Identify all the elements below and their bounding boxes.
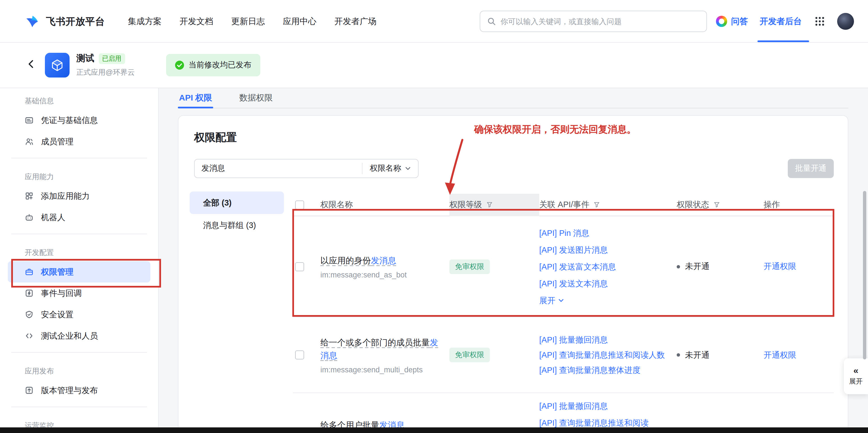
- sidebar-item-label: 版本管理与发布: [41, 385, 98, 396]
- tab-data-permissions[interactable]: 数据权限: [238, 88, 274, 108]
- permission-table: 权限名称 权限等级 关联 API/事件 权限状态 操作: [293, 194, 834, 433]
- api-link[interactable]: [API] 查询批量消息整体进度: [539, 363, 671, 378]
- api-link[interactable]: [API] 发送图片消息: [539, 241, 671, 258]
- sidebar-section-release: 应用发布: [0, 358, 158, 380]
- sidebar-item-credentials[interactable]: 凭证与基础信息: [8, 110, 150, 131]
- sidebar-item-version-release[interactable]: 版本管理与发布: [8, 380, 150, 401]
- table-header-row: 权限名称 权限等级 关联 API/事件 权限状态 操作: [293, 194, 834, 216]
- filter-funnel-icon[interactable]: [714, 202, 720, 208]
- api-link[interactable]: [API] 发送富文本消息: [539, 258, 671, 275]
- status-dot-icon: [677, 353, 680, 357]
- sidebar-item-security[interactable]: 安全设置: [8, 304, 150, 325]
- filter-funnel-icon[interactable]: [487, 202, 493, 208]
- status-badge: 未开通: [677, 350, 764, 360]
- search-type-dropdown[interactable]: 权限名称: [362, 163, 418, 174]
- vertical-scrollbar[interactable]: [863, 191, 866, 359]
- batch-approve-button[interactable]: 批量开通: [788, 159, 834, 178]
- tab-api-permissions[interactable]: API 权限: [178, 88, 213, 108]
- brand-name: 飞书开放平台: [46, 15, 105, 28]
- permission-config-card: 权限配置 权限名称 批量开通 全部 (3) 消息与群组 (3) 权限名称: [178, 115, 848, 433]
- sidebar-item-label: 事件与回调: [41, 288, 82, 298]
- developer-console-link[interactable]: 开发者后台: [760, 0, 802, 43]
- qa-link[interactable]: 问答: [716, 0, 748, 43]
- category-messaging[interactable]: 消息与群组 (3): [190, 214, 284, 236]
- sidebar-item-label: 机器人: [41, 212, 65, 223]
- user-avatar[interactable]: [837, 13, 854, 30]
- search-icon: [487, 17, 496, 26]
- open-permission-link[interactable]: 开通权限: [764, 350, 796, 359]
- sidebar-section-basic: 基础信息: [0, 88, 158, 110]
- qa-label: 问答: [731, 16, 748, 27]
- sidebar-item-events[interactable]: 事件与回调: [8, 283, 150, 304]
- page: 飞书开放平台 集成方案 开发文档 更新日志 应用中心 开发者广场 问答 开发者后…: [0, 0, 868, 433]
- sidebar-item-bot[interactable]: 机器人: [8, 207, 150, 228]
- sidebar-item-label: 凭证与基础信息: [41, 115, 98, 125]
- header-permission-status: 权限状态: [677, 199, 764, 210]
- search-type-label: 权限名称: [370, 164, 401, 174]
- level-badge: 免审权限: [450, 259, 490, 274]
- top-navbar: 飞书开放平台 集成方案 开发文档 更新日志 应用中心 开发者广场 问答 开发者后…: [0, 0, 868, 43]
- main-content: API 权限 数据权限 权限配置 权限名称 批量开通 全部 (3) 消息与群组 …: [159, 88, 868, 433]
- category-all[interactable]: 全部 (3): [190, 192, 284, 214]
- permission-search[interactable]: 权限名称: [194, 159, 418, 178]
- back-button[interactable]: [26, 58, 37, 72]
- apps-grid-icon[interactable]: [815, 16, 825, 29]
- global-search-input[interactable]: [500, 17, 700, 26]
- row-checkbox[interactable]: [295, 350, 304, 359]
- sidebar-item-permissions[interactable]: 权限管理: [8, 261, 150, 283]
- sidebar-divider: [11, 352, 147, 353]
- expand-panel-button[interactable]: « 展开: [844, 358, 868, 394]
- brand[interactable]: 飞书开放平台: [25, 0, 105, 43]
- select-all-checkbox[interactable]: [295, 200, 304, 209]
- expand-apis-link[interactable]: 展开: [539, 292, 671, 309]
- qa-icon: [716, 16, 727, 27]
- chevron-down-icon: [405, 166, 411, 171]
- level-badge: 免审权限: [450, 348, 490, 362]
- credential-icon: [25, 116, 34, 125]
- double-chevron-left-icon: «: [854, 366, 859, 375]
- row-checkbox[interactable]: [295, 262, 304, 271]
- permission-tabs: API 权限 数据权限: [178, 88, 848, 108]
- sidebar-section-capability: 应用能力: [0, 164, 158, 185]
- shield-icon: [25, 310, 34, 319]
- sidebar: 基础信息 凭证与基础信息 成员管理 应用能力 添加应用能力 机器人 开发配置 权…: [0, 88, 159, 433]
- filter-funnel-icon[interactable]: [594, 202, 600, 208]
- header-actions: 操作: [764, 199, 834, 210]
- members-icon: [25, 137, 34, 146]
- global-search[interactable]: [480, 11, 707, 32]
- feishu-logo-icon: [25, 13, 40, 29]
- active-nav-underline: [757, 40, 809, 42]
- header-permission-level: 权限等级: [450, 194, 539, 216]
- permission-name[interactable]: 以应用的身份发消息: [320, 254, 439, 267]
- api-link[interactable]: [API] 批量撤回消息: [539, 398, 671, 414]
- sidebar-item-label: 权限管理: [41, 266, 73, 277]
- status-dot-icon: [677, 265, 680, 268]
- sidebar-item-add-capability[interactable]: 添加应用能力: [8, 185, 150, 207]
- app-enabled-badge: 已启用: [99, 53, 125, 64]
- sidebar-item-members[interactable]: 成员管理: [8, 131, 150, 152]
- category-list: 全部 (3) 消息与群组 (3): [190, 192, 284, 236]
- check-circle-icon: [175, 61, 184, 70]
- sidebar-item-test-org[interactable]: 测试企业和人员: [8, 325, 150, 347]
- nav-item-appcenter[interactable]: 应用中心: [283, 16, 316, 27]
- api-link[interactable]: [API] 发送文本消息: [539, 275, 671, 292]
- api-link[interactable]: [API] 查询批量消息推送和阅读人数: [539, 347, 671, 363]
- header-related-api: 关联 API/事件: [539, 199, 677, 210]
- sidebar-divider: [11, 234, 147, 234]
- header-permission-name: 权限名称: [320, 199, 450, 210]
- publish-status-text: 当前修改均已发布: [188, 60, 251, 70]
- nav-item-changelog[interactable]: 更新日志: [231, 16, 265, 27]
- sidebar-divider: [11, 158, 147, 158]
- open-permission-link[interactable]: 开通权限: [764, 262, 796, 271]
- status-badge: 未开通: [677, 261, 764, 272]
- app-icon: [45, 53, 69, 78]
- permission-search-input[interactable]: [195, 164, 362, 173]
- code-icon: [25, 331, 34, 340]
- api-link[interactable]: [API] Pin 消息: [539, 224, 671, 241]
- nav-item-devplaza[interactable]: 开发者广场: [334, 16, 376, 27]
- permission-name[interactable]: 给一个或多个部门的成员批量发消息: [320, 336, 439, 362]
- api-link[interactable]: [API] 批量撤回消息: [539, 332, 671, 347]
- nav-item-integration[interactable]: 集成方案: [128, 16, 162, 27]
- nav-item-docs[interactable]: 开发文档: [180, 16, 213, 27]
- permission-code: im:message:send_multi_depts: [320, 366, 439, 374]
